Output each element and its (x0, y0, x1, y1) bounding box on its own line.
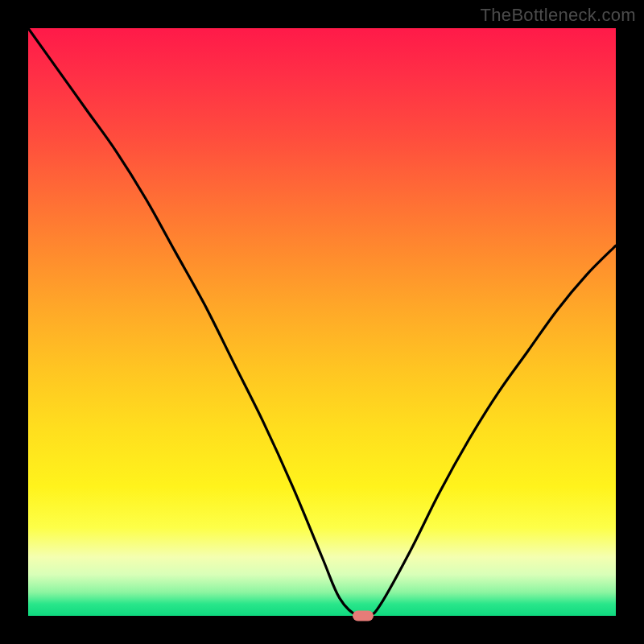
plot-area (28, 28, 616, 616)
curve-svg (28, 28, 616, 616)
watermark-text: TheBottleneck.com (481, 5, 636, 26)
chart-frame: TheBottleneck.com (0, 0, 644, 644)
minimum-marker (353, 611, 374, 621)
bottleneck-curve (28, 28, 616, 616)
